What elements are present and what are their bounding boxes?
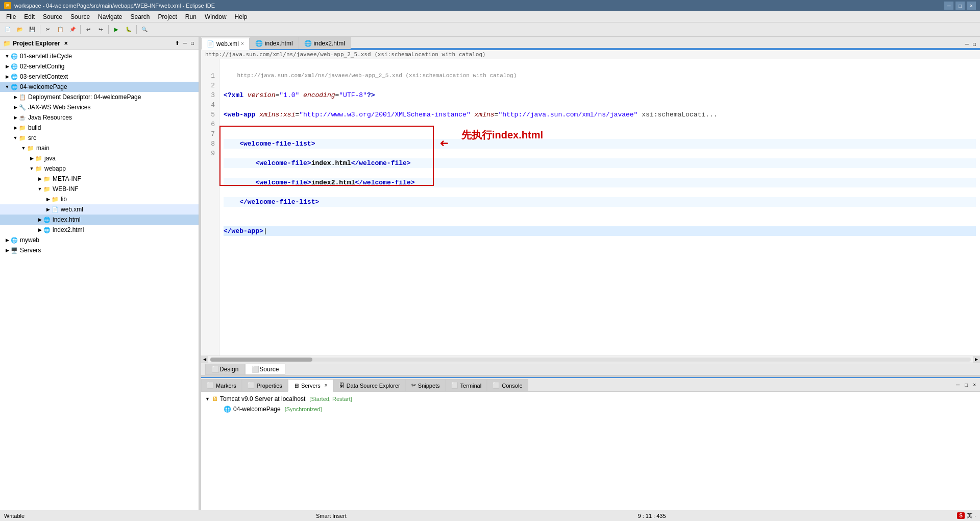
tree-item-8[interactable]: ▼📁src — [0, 133, 199, 143]
panel-collapse-btn[interactable]: ⬆ — [174, 40, 181, 46]
tab-webxml-close[interactable]: × — [241, 41, 244, 46]
menu-help[interactable]: Help — [231, 12, 252, 21]
server-tomcat[interactable]: ▼ 🖥 Tomcat v9.0 Server at localhost [Sta… — [203, 394, 978, 404]
tree-item-5[interactable]: ▶🔧JAX-WS Web Services — [0, 102, 199, 112]
tree-item-14[interactable]: ▶📁lib — [0, 194, 199, 204]
expand-arrow-9[interactable]: ▼ — [20, 146, 27, 151]
editor-tab-design[interactable]: ⬜ Design — [205, 364, 245, 375]
expand-arrow-5[interactable]: ▶ — [12, 105, 18, 110]
menu-edit[interactable]: Edit — [20, 12, 39, 21]
toolbar-search[interactable]: 🔍 — [139, 24, 150, 35]
expand-arrow-4[interactable]: ▶ — [12, 94, 18, 100]
expand-arrow-16[interactable]: ▶ — [37, 217, 43, 222]
tab-terminal[interactable]: ⬜ Terminal — [446, 379, 487, 391]
tree-item-13[interactable]: ▼📁WEB-INF — [0, 184, 199, 194]
tree-item-4[interactable]: ▶📋Deployment Descriptor: 04-welcomePage — [0, 92, 199, 102]
tab-indexhtml[interactable]: 🌐 index.html — [250, 37, 299, 49]
tree-item-11[interactable]: ▼📁webapp — [0, 163, 199, 174]
tab-webxml[interactable]: 📄 web.xml × — [201, 38, 250, 50]
menu-source-2[interactable]: Source — [66, 12, 94, 21]
expand-arrow-1[interactable]: ▶ — [4, 64, 10, 69]
menu-source-1[interactable]: Source — [39, 12, 66, 21]
expand-arrow-19[interactable]: ▶ — [4, 248, 10, 253]
editor-panel-minimize[interactable]: ─ — [963, 40, 971, 48]
scroll-track[interactable] — [210, 358, 971, 362]
tree-item-9[interactable]: ▼📁main — [0, 143, 199, 153]
expand-arrow-12[interactable]: ▶ — [37, 176, 43, 181]
toolbar-debug[interactable]: 🐛 — [123, 24, 134, 35]
minimize-button[interactable]: ─ — [944, 2, 953, 10]
scroll-right[interactable]: ▶ — [973, 356, 980, 363]
toolbar-undo[interactable]: ↩ — [83, 24, 94, 35]
tree-item-12[interactable]: ▶📁META-INF — [0, 174, 199, 184]
tab-servers-close[interactable]: × — [325, 383, 328, 388]
toolbar-new[interactable]: 📄 — [2, 24, 13, 35]
panel-minimize-btn[interactable]: ─ — [182, 40, 188, 46]
window-controls[interactable]: ─ □ × — [944, 2, 976, 10]
scroll-left[interactable]: ◀ — [201, 356, 208, 363]
expand-arrow-14[interactable]: ▶ — [45, 197, 51, 202]
tree-item-17[interactable]: ▶🌐index2.html — [0, 225, 199, 235]
toolbar-save[interactable]: 💾 — [27, 24, 38, 35]
expand-arrow-10[interactable]: ▶ — [29, 156, 35, 161]
tree-item-16[interactable]: ▶🌐index.html — [0, 215, 199, 225]
tree-item-3[interactable]: ▼🌐04-welcomePage — [0, 82, 199, 92]
btn-maximize-bottom[interactable]: □ — [963, 381, 970, 389]
editor-panel-maximize[interactable]: □ — [971, 40, 978, 48]
expand-arrow-8[interactable]: ▼ — [12, 135, 18, 140]
btn-close-bottom[interactable]: × — [971, 381, 978, 389]
tab-properties[interactable]: ⬜ Properties — [242, 379, 288, 391]
toolbar-open[interactable]: 📂 — [14, 24, 26, 35]
tree-item-2[interactable]: ▶🌐03-servletContext — [0, 72, 199, 82]
menu-window[interactable]: Window — [201, 12, 231, 21]
tab-console[interactable]: ⬜ Console — [487, 379, 528, 391]
tree-item-7[interactable]: ▶📁build — [0, 123, 199, 133]
expand-arrow-18[interactable]: ▶ — [4, 238, 10, 243]
code-editor[interactable]: 1 2 3 4 5 6 7 8 9 http://java.sun.com/xm… — [201, 59, 980, 356]
tab-servers[interactable]: 🖥 Servers × — [288, 380, 333, 392]
expand-arrow-17[interactable]: ▶ — [37, 227, 43, 232]
tree-item-1[interactable]: ▶🌐02-servletConfig — [0, 61, 199, 72]
btn-minimize-bottom[interactable]: ─ — [954, 381, 962, 389]
input-toggle[interactable]: · — [974, 513, 976, 519]
tab-snippets[interactable]: ✂ Snippets — [406, 379, 446, 391]
tree-item-15[interactable]: ▶📄web.xml — [0, 204, 199, 215]
toolbar-copy[interactable]: 📋 — [55, 24, 66, 35]
toolbar-redo[interactable]: ↪ — [95, 24, 106, 35]
expand-arrow-6[interactable]: ▶ — [12, 115, 18, 120]
tree-item-10[interactable]: ▶📁java — [0, 153, 199, 163]
tree-item-6[interactable]: ▶☕Java Resources — [0, 112, 199, 123]
toolbar-run[interactable]: ▶ — [111, 24, 122, 35]
editor-tab-source[interactable]: ⬜ Source — [245, 364, 285, 375]
code-content[interactable]: http://java.sun.com/xml/ns/javaee/web-ap… — [219, 59, 980, 356]
expand-arrow-server[interactable]: ▼ — [205, 396, 210, 401]
close-button[interactable]: × — [967, 2, 976, 10]
expand-arrow-11[interactable]: ▼ — [29, 166, 35, 171]
tab-markers[interactable]: ⬜ Markers — [201, 379, 242, 391]
tree-item-18[interactable]: ▶🌐myweb — [0, 235, 199, 245]
expand-arrow-3[interactable]: ▼ — [4, 84, 10, 89]
tab-data-source[interactable]: 🗄 Data Source Explorer — [333, 379, 406, 391]
expand-arrow-13[interactable]: ▼ — [37, 186, 43, 192]
toolbar-cut[interactable]: ✂ — [42, 24, 54, 35]
h-scrollbar[interactable]: ◀ ▶ — [201, 356, 980, 363]
tab-index2html[interactable]: 🌐 index2.html — [299, 37, 351, 49]
toolbar-paste[interactable]: 📌 — [67, 24, 78, 35]
menu-project[interactable]: Project — [154, 12, 181, 21]
expand-arrow-7[interactable]: ▶ — [12, 125, 18, 130]
maximize-button[interactable]: □ — [955, 2, 965, 10]
expand-arrow-2[interactable]: ▶ — [4, 74, 10, 79]
expand-arrow-0[interactable]: ▼ — [4, 54, 10, 59]
panel-maximize-btn[interactable]: □ — [189, 40, 195, 46]
tree-item-0[interactable]: ▼🌐01-servletLifeCycle — [0, 51, 199, 61]
server-app[interactable]: 🌐 04-welcomePage [Synchronized] — [203, 404, 978, 414]
tree-item-19[interactable]: ▶🖥️Servers — [0, 245, 199, 255]
menu-search[interactable]: Search — [126, 12, 154, 21]
menu-file[interactable]: File — [2, 12, 20, 21]
expand-arrow-15[interactable]: ▶ — [45, 207, 51, 212]
scroll-thumb[interactable] — [210, 358, 312, 362]
menu-navigate[interactable]: Navigate — [94, 12, 126, 21]
menu-run[interactable]: Run — [181, 12, 201, 21]
panel-close-icon[interactable]: × — [64, 40, 68, 47]
line-num-3: 3 — [205, 90, 215, 100]
